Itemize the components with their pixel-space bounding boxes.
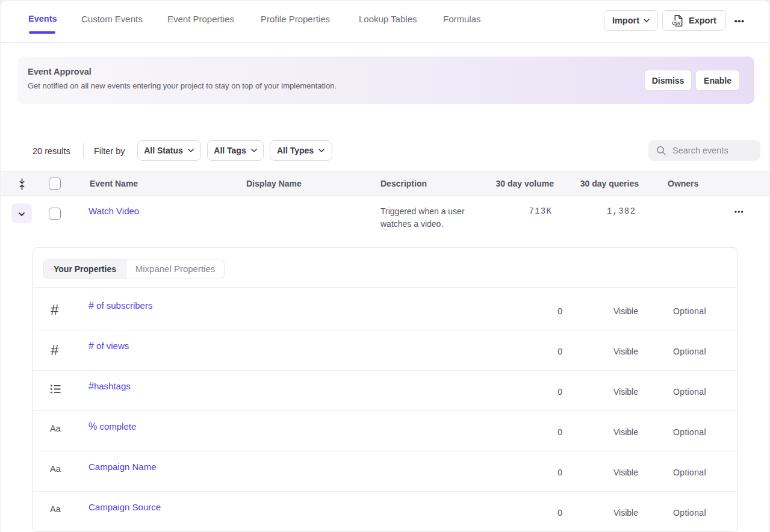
svg-text:CSV: CSV	[672, 20, 680, 26]
